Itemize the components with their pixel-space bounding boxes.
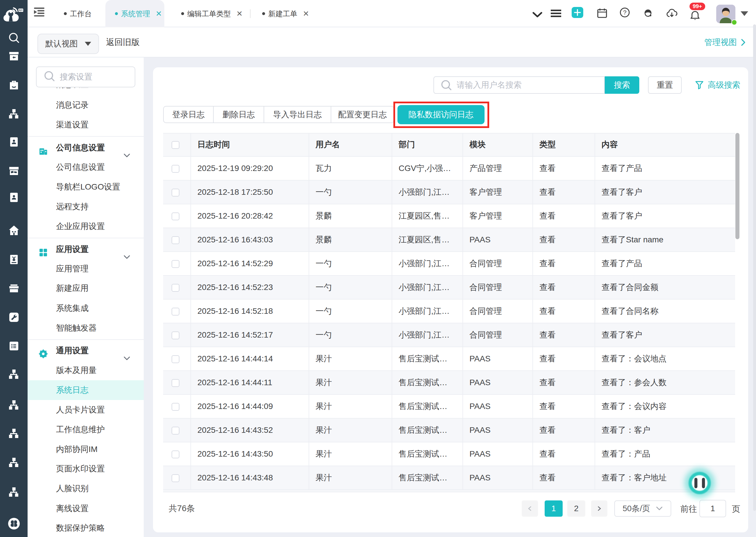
svg-text:AI+: AI+ [19, 9, 22, 12]
svg-text:?: ? [623, 9, 626, 16]
